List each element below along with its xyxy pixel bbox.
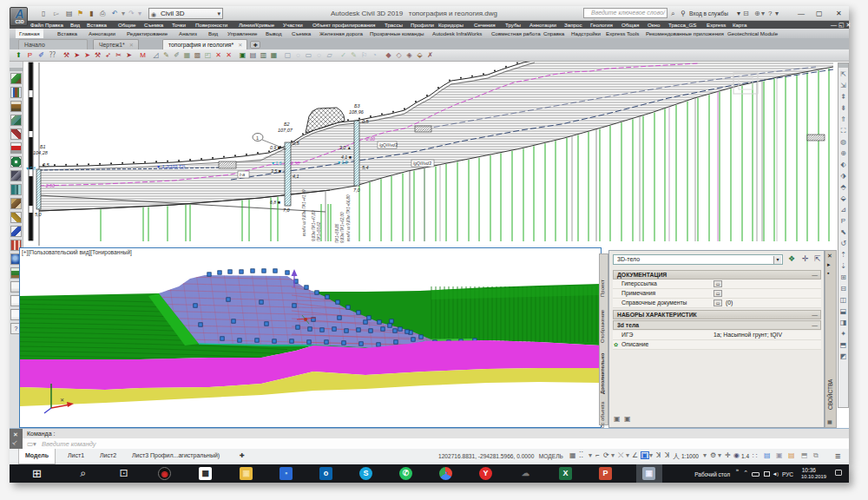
svg-text:t-a: t-a (240, 172, 245, 177)
svg-text:ПК1+50,62: ПК1+50,62 (317, 221, 321, 241)
svg-text:5,0: 5,0 (35, 212, 43, 217)
svg-text:Б3: Б3 (354, 103, 361, 109)
svg-text:▼Г,8: ▼Г,8 (25, 166, 36, 171)
svg-text:1: 1 (256, 135, 259, 141)
svg-text:3,5 ■: 3,5 ■ (271, 168, 281, 174)
svg-text:6,8 ■: 6,8 ■ (270, 200, 280, 205)
svg-text:-2,50: -2,50 (289, 161, 299, 166)
svg-text:107,07: 107,07 (278, 128, 293, 133)
svg-text:7,0: 7,0 (353, 188, 361, 193)
svg-text:-2,50: -2,50 (44, 183, 55, 188)
svg-text:4,1: 4,1 (293, 174, 299, 179)
svg-text:▼ 1,2(103,72): ▼ 1,2(103,72) (156, 164, 185, 169)
svg-text:Б2: Б2 (284, 122, 290, 127)
svg-text:108,96: 108,96 (349, 109, 365, 115)
svg-text:5,4: 5,4 (362, 165, 369, 170)
svg-text:0,5: 0,5 (362, 119, 370, 124)
svg-text:комIV ш 9,83м ПК1+66,80: комIV ш 9,83м ПК1+66,80 (346, 194, 351, 241)
svg-text:▼1,6: ▼1,6 (271, 161, 281, 166)
svg-text:ПК1+59,85: ПК1+59,85 (335, 223, 339, 243)
svg-text:комIV ш 9,83м ПК1+41,49: комIV ш 9,83м ПК1+41,49 (302, 189, 306, 236)
svg-text:0,9 ■: 0,9 ■ (270, 145, 280, 150)
svg-text:-2,30: -2,30 (365, 136, 375, 141)
svg-text:104,28: 104,28 (33, 150, 49, 155)
svg-text:▼1,6: ▼1,6 (337, 160, 347, 165)
svg-text:lgQIIIvd3: lgQIIIvd3 (413, 161, 431, 166)
svg-text:3,0 ▲: 3,0 ▲ (339, 145, 352, 150)
svg-text:0,5: 0,5 (43, 162, 50, 168)
svg-text:lgQIIIvd3: lgQIIIvd3 (379, 142, 398, 148)
svg-text:7,0: 7,0 (283, 207, 291, 213)
svg-text:✕: ✕ (60, 398, 64, 403)
svg-text:9,83м ПК1+47,83: 9,83м ПК1+47,83 (312, 210, 316, 241)
svg-text:0,5: 0,5 (293, 141, 300, 146)
svg-text:9,83м ПК1+62,00: 9,83м ПК1+62,00 (340, 212, 345, 243)
svg-text:Б1: Б1 (40, 144, 46, 149)
